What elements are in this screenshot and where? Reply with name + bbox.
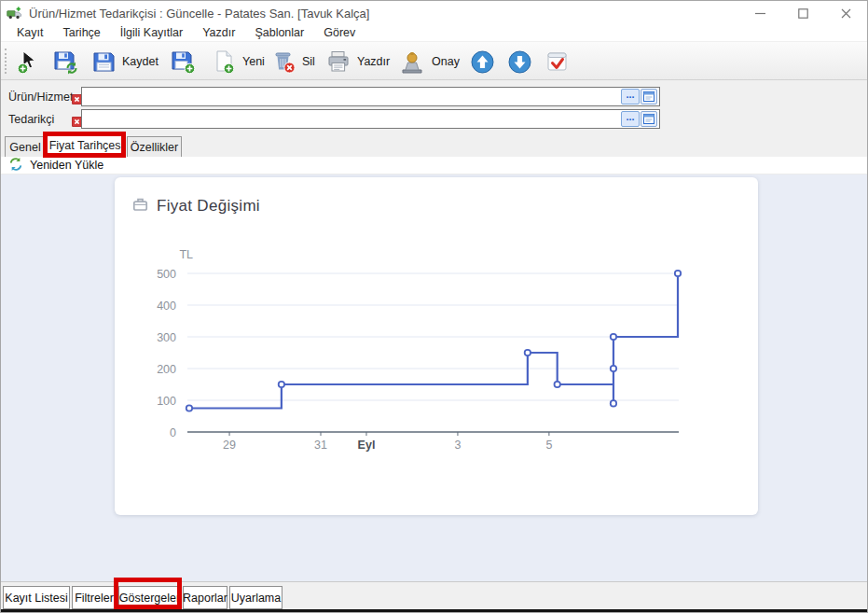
truck-icon	[7, 6, 22, 21]
title-bar: Ürün/Hizmet Tedarikçisi : Güncelle - Pat…	[1, 1, 867, 25]
svg-text:0: 0	[170, 426, 176, 439]
svg-text:300: 300	[157, 331, 176, 344]
cursor-add-icon	[16, 49, 41, 75]
nav-down-button[interactable]	[507, 49, 532, 75]
tab-strip: Genel Fiyat Tarihçesi Özellikler	[1, 132, 867, 157]
confirm-button[interactable]	[544, 49, 570, 75]
bottom-tab-filtreler[interactable]: Filtreler	[72, 586, 117, 609]
svg-text:100: 100	[157, 395, 176, 408]
svg-text:3: 3	[454, 439, 461, 452]
tab-ozellikler[interactable]: Özellikler	[127, 136, 182, 157]
product-input[interactable]	[82, 88, 621, 105]
sub-toolbar: Yeniden Yükle	[1, 157, 867, 174]
product-label: Ürün/Hizmet	[8, 91, 73, 104]
bottom-tab-kayit-listesi[interactable]: Kayıt Listesi	[3, 586, 70, 609]
reload-button[interactable]: Yeniden Yükle	[8, 157, 103, 174]
bottom-tab-strip: Kayıt Listesi Filtreler Göstergeler Rapo…	[1, 581, 867, 609]
approve-button[interactable]: Onay	[398, 49, 460, 75]
save-new-button[interactable]	[171, 49, 196, 75]
print-button-label: Yazdır	[357, 55, 390, 68]
menu-yazdir[interactable]: Yazdır	[194, 25, 243, 41]
printer-icon	[325, 49, 351, 75]
menu-tarihce[interactable]: Tarihçe	[55, 25, 109, 41]
supplier-field-wrap: ...	[81, 109, 660, 129]
svg-text:31: 31	[314, 439, 327, 452]
bottom-tab-gostergeler[interactable]: Göstergeler	[118, 586, 181, 609]
product-field-wrap: ...	[81, 87, 660, 106]
product-browse-button[interactable]: ...	[621, 89, 640, 104]
price-history-chart: 0100200300400500TL2931Eyl35	[115, 177, 758, 515]
minimize-icon[interactable]	[738, 1, 781, 25]
select-add-button[interactable]	[16, 49, 41, 75]
svg-text:29: 29	[223, 439, 236, 452]
content-area: Fiyat Değişimi 0100200300400500TL2931Eyl…	[1, 174, 867, 581]
supplier-label: Tedarikçi	[8, 113, 54, 126]
tab-genel[interactable]: Genel	[5, 136, 46, 157]
bottom-tab-uyarlama[interactable]: Uyarlama	[229, 586, 282, 609]
check-page-icon	[544, 49, 570, 75]
save-reload-icon	[53, 49, 78, 75]
save-reload-button[interactable]	[53, 49, 78, 75]
form-area: Ürün/Hizmet ... Tedarikçi ... Kayıt Duru…	[1, 80, 867, 132]
app-window: Ürün/Hizmet Tedarikçisi : Güncelle - Pat…	[0, 0, 868, 613]
price-history-card: Fiyat Değişimi 0100200300400500TL2931Eyl…	[115, 177, 758, 515]
reload-button-label: Yeniden Yükle	[30, 159, 103, 172]
svg-text:5: 5	[545, 439, 552, 452]
svg-text:TL: TL	[179, 248, 193, 261]
svg-text:200: 200	[157, 363, 176, 376]
refresh-arrows-icon	[8, 157, 23, 174]
print-button[interactable]: Yazdır	[325, 49, 390, 75]
tab-fiyat-tarihcesi[interactable]: Fiyat Tarihçesi	[47, 133, 126, 157]
new-button[interactable]: Yeni	[212, 49, 265, 75]
supplier-browse-button[interactable]: ...	[621, 111, 640, 127]
delete-button-label: Sil	[302, 55, 315, 68]
supplier-input[interactable]	[82, 110, 621, 128]
maximize-icon[interactable]	[781, 1, 824, 25]
svg-text:Eyl: Eyl	[358, 439, 376, 452]
close-icon[interactable]	[824, 1, 867, 25]
delete-button[interactable]: Sil	[271, 49, 315, 75]
save-button-label: Kaydet	[122, 55, 158, 68]
arrow-down-circle-icon	[507, 49, 532, 75]
nav-up-button[interactable]	[470, 49, 495, 75]
approve-button-label: Onay	[432, 55, 460, 68]
menu-sablonlar[interactable]: Şablonlar	[246, 25, 312, 41]
picker-window-icon[interactable]	[641, 111, 657, 127]
arrow-up-circle-icon	[470, 49, 495, 75]
svg-text:500: 500	[157, 268, 176, 281]
new-button-label: Yeni	[242, 55, 265, 68]
new-page-icon	[212, 49, 237, 75]
menu-kayit[interactable]: Kayıt	[8, 25, 52, 41]
toolbar-grip	[5, 49, 7, 74]
svg-text:400: 400	[157, 300, 176, 313]
bottom-tab-raporlar[interactable]: Raporlar	[183, 586, 227, 609]
delete-trash-icon	[271, 49, 296, 75]
save-icon	[91, 49, 117, 75]
menu-gorev[interactable]: Görev	[315, 25, 364, 41]
picker-window-icon[interactable]	[641, 89, 657, 104]
approve-stamp-icon	[398, 49, 426, 75]
window-bottom-edge	[1, 609, 867, 613]
toolbar: Kaydet Yeni Sil Yazdır Onay	[1, 42, 867, 80]
save-button[interactable]: Kaydet	[91, 49, 158, 75]
save-new-icon	[171, 49, 196, 75]
window-title: Ürün/Hizmet Tedarikçisi : Güncelle - Pat…	[29, 7, 369, 21]
menu-ilgili-kayitlar[interactable]: İlgili Kayıtlar	[112, 25, 191, 41]
menu-bar: Kayıt Tarihçe İlgili Kayıtlar Yazdır Şab…	[1, 25, 867, 42]
